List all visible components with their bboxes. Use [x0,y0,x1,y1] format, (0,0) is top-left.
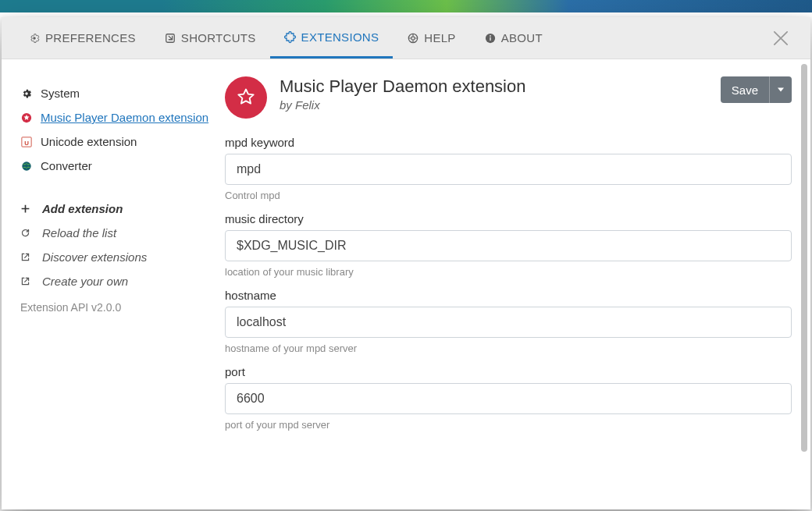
close-button[interactable] [770,27,792,49]
extension-avatar [225,76,267,119]
scrollbar-thumb[interactable] [801,64,807,452]
reload-list-button[interactable]: Reload the list [20,221,211,245]
tab-help[interactable]: HELP [393,19,469,57]
field-label: hostname [225,289,792,302]
star-icon [20,112,33,124]
sidebar-item-converter[interactable]: Converter [20,154,211,178]
main-panel: Music Player Daemon extension by Felix S… [225,59,810,509]
info-icon [484,32,497,44]
extensions-list: System Music Player Daemon extension U U… [20,81,211,178]
svg-point-5 [490,35,491,37]
api-version-text: Extension API v2.0.0 [20,293,211,321]
save-button[interactable]: Save [721,76,792,103]
sidebar-item-unicode[interactable]: U Unicode extension [20,130,211,154]
field-help: Control mpd [225,190,792,201]
field-port: port port of your mpd server [225,365,792,431]
preferences-window: PREFERENCES SHORTCUTS EXTENSIONS HELP [0,0,812,511]
hostname-input[interactable] [225,307,792,338]
tab-label: EXTENSIONS [301,30,379,44]
shortcut-icon [164,32,176,44]
tab-label: SHORTCUTS [181,31,256,44]
music-directory-input[interactable] [225,230,792,261]
port-input[interactable] [225,383,792,414]
sidebar-item-label: Converter [41,159,92,172]
mpd-keyword-input[interactable] [225,154,792,185]
sidebar-item-label: Unicode extension [41,135,137,148]
action-label: Add extension [42,202,123,215]
tab-preferences[interactable]: PREFERENCES [14,19,150,57]
tab-label: HELP [424,31,455,44]
sidebar-actions: Add extension Reload the list Discover e… [20,197,211,321]
gear-icon [28,32,41,44]
tabbar: PREFERENCES SHORTCUTS EXTENSIONS HELP [2,17,810,59]
body: System Music Player Daemon extension U U… [2,59,810,509]
svg-rect-4 [490,37,490,40]
svg-text:U: U [24,139,29,146]
tab-label: ABOUT [501,31,543,44]
tab-about[interactable]: ABOUT [470,19,557,57]
extension-titles: Music Player Daemon extension by Felix [280,76,708,112]
save-label: Save [721,83,769,97]
tab-label: PREFERENCES [45,31,136,44]
field-label: music directory [225,212,792,225]
extension-header: Music Player Daemon extension by Felix S… [225,76,792,119]
sidebar-item-label: System [41,87,80,100]
tab-shortcuts[interactable]: SHORTCUTS [150,19,270,57]
save-dropdown-caret[interactable] [769,76,792,103]
content-wrap: PREFERENCES SHORTCUTS EXTENSIONS HELP [0,17,812,511]
field-help: location of your music library [225,266,792,278]
panel: PREFERENCES SHORTCUTS EXTENSIONS HELP [2,17,810,509]
svg-point-2 [411,36,415,39]
globe-icon [20,160,33,172]
puzzle-icon [284,31,297,44]
add-extension-button[interactable]: Add extension [20,197,211,221]
plus-icon [20,204,33,214]
external-link-icon [20,252,33,262]
create-your-own-button[interactable]: Create your own [20,269,211,293]
field-help: port of your mpd server [225,419,792,431]
field-label: mpd keyword [225,136,792,149]
reload-icon [20,228,33,238]
unicode-icon: U [20,136,33,148]
external-link-icon [20,276,33,286]
field-music-directory: music directory location of your music l… [225,212,792,278]
field-hostname: hostname hostname of your mpd server [225,289,792,354]
action-label: Reload the list [42,226,116,240]
extension-title: Music Player Daemon extension [280,76,708,97]
action-label: Discover extensions [42,250,147,264]
field-help: hostname of your mpd server [225,342,792,354]
sidebar-item-system[interactable]: System [20,81,211,105]
action-label: Create your own [42,275,128,288]
sidebar-item-label: Music Player Daemon extension [41,111,208,124]
field-label: port [225,365,792,378]
discover-extensions-button[interactable]: Discover extensions [20,245,211,269]
sidebar-item-mpd[interactable]: Music Player Daemon extension [20,105,211,130]
scrollbar[interactable] [801,64,807,505]
help-icon [407,32,419,44]
extension-author: by Felix [280,98,708,112]
sidebar: System Music Player Daemon extension U U… [2,59,225,509]
tab-extensions[interactable]: EXTENSIONS [270,18,394,59]
window-accent-bar [0,0,812,17]
field-mpd-keyword: mpd keyword Control mpd [225,136,792,201]
gear-icon [20,87,33,100]
